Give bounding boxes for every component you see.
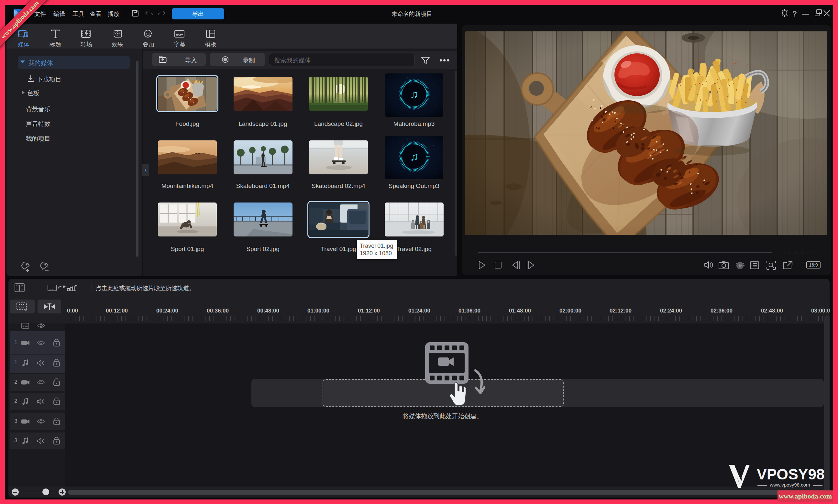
svg-text:♫: ♫ xyxy=(410,150,418,163)
svg-text:♫: ♫ xyxy=(410,88,418,100)
